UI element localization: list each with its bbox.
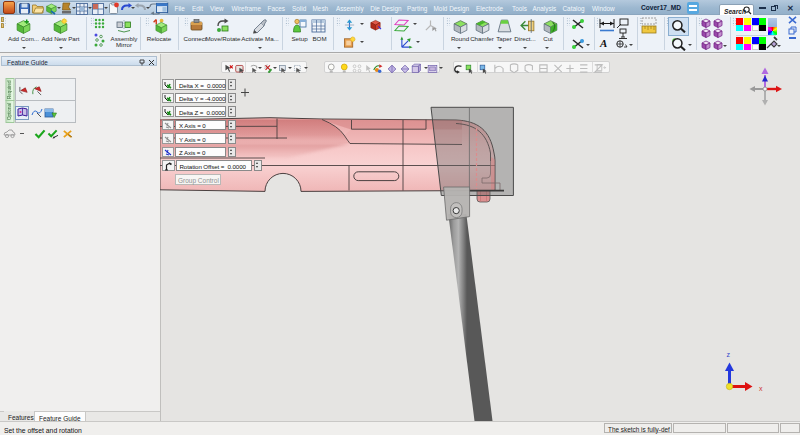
svg-text:x: x <box>759 385 763 392</box>
svg-text:z: z <box>727 351 731 358</box>
